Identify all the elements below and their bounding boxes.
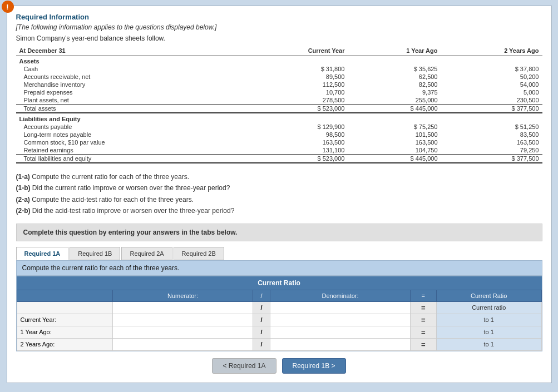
table-row: Common stock, $10 par value 163,500 163,… [16,138,542,146]
numerator-field-header[interactable] [115,304,250,311]
col-header-1yr: 1 Year Ago [348,47,441,56]
required-info-title: Required Information [16,13,542,21]
complete-bar: Complete this question by entering your … [16,224,542,241]
result-1yr: to 1 [436,326,541,338]
question-1a-number: (1-a) [16,173,30,181]
result-header: Current ratio [436,301,541,314]
liabilities-section-label: Liabilities and Equity [16,113,542,123]
nav-buttons: < Required 1A Required 1B > [16,358,542,374]
table-row: Accounts receivable, net 89,500 62,500 5… [16,73,542,81]
questions-section: (1-a) Compute the current ratio for each… [16,171,542,217]
denominator-cell-2yr[interactable] [270,338,410,350]
question-1a-text: Compute the current ratio for each of th… [32,173,189,181]
ratio-row-2yr-ago: 2 Years Ago: / = to 1 [17,338,541,350]
tab-required-1a[interactable]: Required 1A [16,247,69,260]
denominator-cell-current[interactable] [270,314,410,326]
col-header-2yr: 2 Years Ago [441,47,542,56]
ratio-header-row: Numerator: / Denominator: = Current Rati… [17,290,541,301]
numerator-input-header[interactable] [113,301,253,314]
numerator-cell-current[interactable] [113,314,253,326]
question-2a: (2-a) Compute the acid-test ratio for ea… [16,194,542,205]
numerator-input-2yr[interactable] [115,341,250,348]
ratio-row-current-year: Current Year: / = to 1 [17,314,541,326]
balance-sheet-table: At December 31 Current Year 1 Year Ago 2… [16,47,542,163]
col-header-current: Current Year [242,47,348,56]
2yr-ago-label: 2 Years Ago: [17,338,113,350]
question-2b-text: Did the acid-test ratio improve or worse… [32,207,235,215]
numerator-cell-2yr[interactable] [113,338,253,350]
denominator-field-header[interactable] [273,304,407,311]
numerator-input-1yr[interactable] [115,329,250,335]
question-1b-number: (1-b) [16,184,31,192]
1yr-ago-label: 1 Year Ago: [17,326,113,338]
question-2a-number: (2-a) [16,196,30,204]
question-1b: (1-b) Did the current ratio improve or w… [16,182,542,193]
assets-section-label: Assets [16,56,542,66]
col-header-label: At December 31 [16,47,243,56]
col-result-header: Current Ratio [436,290,541,301]
prev-button[interactable]: < Required 1A [212,358,276,374]
question-2a-text: Compute the acid-test ratio for each of … [32,196,194,204]
denominator-input-1yr[interactable] [273,329,407,335]
denominator-input-2yr[interactable] [273,341,407,348]
alert-icon: ! [2,1,14,13]
ratio-row-header: / = Current ratio [17,301,541,314]
company-desc: Simon Company's year-end balance sheets … [16,34,542,42]
compute-bar: Compute the current ratio for each of th… [16,260,542,276]
ratio-container: Current Ratio Numerator: / Denominator: … [16,276,542,351]
result-current: to 1 [436,314,541,326]
question-1a: (1-a) Compute the current ratio for each… [16,171,542,182]
total-assets-row: Total assets $ 523,000 $ 445,000 $ 377,5… [16,105,542,113]
table-row: Long-term notes payable 98,500 101,500 8… [16,131,542,138]
table-row: Retained earnings 131,100 104,750 79,250 [16,146,542,155]
result-2yr: to 1 [436,338,541,350]
col-slash-header: / [253,290,270,301]
table-row: Cash $ 31,800 $ 35,625 $ 37,800 [16,65,542,73]
question-2b-number: (2-b) [16,207,31,215]
ratio-row-1yr-ago: 1 Year Ago: / = to 1 [17,326,541,338]
tab-required-1b[interactable]: Required 1B [70,247,120,260]
denominator-input-current[interactable] [273,316,407,323]
tab-required-2a[interactable]: Required 2A [121,247,172,260]
numerator-input-current[interactable] [115,316,250,323]
table-row: Accounts payable $ 129,900 $ 75,250 $ 51… [16,123,542,131]
numerator-cell-1yr[interactable] [113,326,253,338]
table-row: Merchandise inventory 112,500 82,500 54,… [16,81,542,88]
ratio-table: Numerator: / Denominator: = Current Rati… [17,290,542,351]
tab-required-2b[interactable]: Required 2B [174,247,224,260]
col-numerator-header: Numerator: [113,290,253,301]
tabs-row: Required 1A Required 1B Required 2A Requ… [16,247,542,260]
table-row: Plant assets, net 278,500 255,000 230,50… [16,96,542,105]
current-year-label: Current Year: [17,314,113,326]
col-empty-header [17,290,113,301]
denominator-cell-1yr[interactable] [270,326,410,338]
col-denominator-header: Denominator: [270,290,410,301]
question-2b: (2-b) Did the acid-test ratio improve or… [16,205,542,216]
question-1b-text: Did the current ratio improve or worsen … [32,184,230,192]
col-equals-header: = [410,290,436,301]
info-subtitle: [The following information applies to th… [16,23,542,31]
ratio-title-bar: Current Ratio [17,276,542,290]
next-button[interactable]: Required 1B > [282,358,346,374]
denominator-input-header[interactable] [270,301,410,314]
table-row: Prepaid expenses 10,700 9,375 5,000 [16,88,542,96]
total-liabilities-row: Total liabilities and equity $ 523,000 $… [16,155,542,163]
page-container: ! Required Information [The following in… [7,6,552,383]
